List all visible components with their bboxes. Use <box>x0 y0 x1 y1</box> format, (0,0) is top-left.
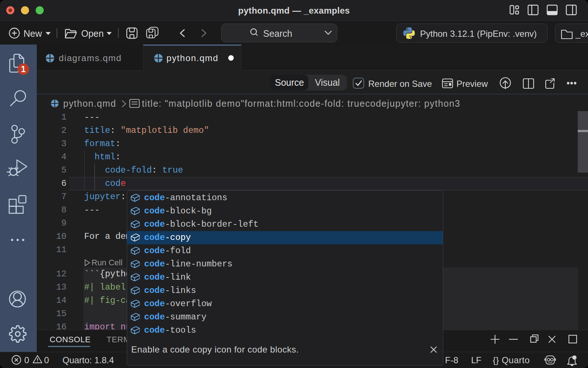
svg-text:1: 1 <box>21 64 26 74</box>
